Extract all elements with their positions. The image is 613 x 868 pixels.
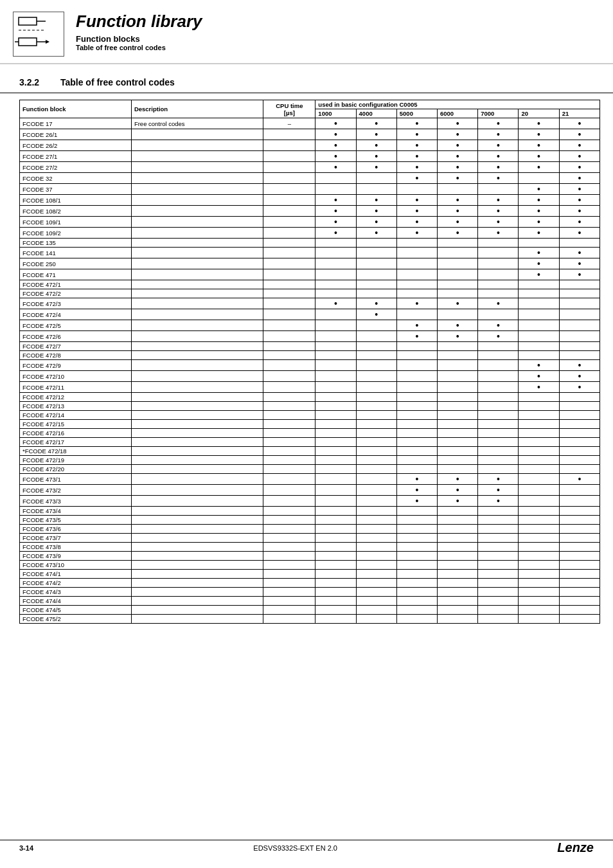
data-cell [315,280,356,289]
data-cell: • [438,331,478,342]
desc-cell [131,195,263,206]
data-cell [396,588,437,597]
code-cell: FCODE 472/9 [20,360,132,371]
data-cell [438,239,478,248]
header-title-block: Function library Function blocks Table o… [76,12,594,51]
data-cell [519,543,559,552]
code-cell: FCODE 17 [20,118,132,129]
cpu-cell: – [263,118,315,129]
data-cell [519,579,559,588]
data-cell [559,534,600,543]
desc-cell [131,280,263,289]
data-cell [396,371,437,382]
data-cell [396,615,437,624]
table-row: FCODE 472/4• [20,309,600,320]
data-cell [559,561,600,570]
data-cell [315,543,356,552]
data-cell: • [438,217,478,228]
data-cell [559,429,600,438]
cpu-cell [263,162,315,173]
data-cell [315,516,356,525]
code-cell: FCODE 108/2 [20,206,132,217]
footer-brand: Lenze [557,840,594,855]
data-cell [519,597,559,606]
data-cell: • [396,173,437,184]
cpu-cell [263,351,315,360]
data-cell [519,298,559,309]
desc-cell [131,151,263,162]
data-cell [519,393,559,402]
desc-cell [131,570,263,579]
data-cell: • [315,151,356,162]
desc-cell [131,516,263,525]
data-cell [356,402,396,411]
data-cell: • [438,140,478,151]
table-row: FCODE 472/5••• [20,320,600,331]
data-cell [396,516,437,525]
data-cell [559,289,600,298]
cpu-cell [263,206,315,217]
desc-cell [131,496,263,507]
data-cell [396,507,437,516]
code-cell: FCODE 472/14 [20,411,132,420]
data-cell [438,525,478,534]
table-wrapper: Function block Description CPU time[µs] … [0,93,613,637]
desc-cell [131,543,263,552]
cpu-cell [263,217,315,228]
table-row: *FCODE 472/18 [20,447,600,456]
data-cell [396,543,437,552]
table-row: FCODE 472/13 [20,402,600,411]
col-header-4000: 4000 [356,109,396,118]
data-cell [519,429,559,438]
code-cell: FCODE 472/15 [20,420,132,429]
code-cell: FCODE 32 [20,173,132,184]
data-cell [438,534,478,543]
data-cell [478,382,519,393]
data-cell [559,597,600,606]
data-cell [438,184,478,195]
cpu-cell [263,140,315,151]
table-row: FCODE 472/2 [20,289,600,298]
col-header-20: 20 [519,109,559,118]
data-cell: • [478,320,519,331]
data-cell [356,289,396,298]
data-cell [519,447,559,456]
table-row: FCODE 108/1••••••• [20,195,600,206]
desc-cell [131,382,263,393]
data-cell [315,269,356,280]
cpu-cell [263,465,315,474]
cpu-cell [263,239,315,248]
data-cell: • [396,118,437,129]
data-cell [438,280,478,289]
col-header-function: Function block [20,100,132,118]
data-cell [356,465,396,474]
code-cell: FCODE 473/1 [20,474,132,485]
data-cell [478,507,519,516]
desc-cell [131,420,263,429]
desc-cell [131,525,263,534]
data-cell [478,289,519,298]
data-cell [356,248,396,258]
data-cell [356,342,396,351]
data-cell [396,579,437,588]
code-cell: FCODE 474/1 [20,570,132,579]
data-cell: • [315,195,356,206]
col-header-cpu: CPU time[µs] [263,100,315,118]
data-cell: • [396,474,437,485]
data-cell: • [396,320,437,331]
data-cell [396,597,437,606]
subtitle2: Table of free control codes [76,44,594,51]
data-cell [396,393,437,402]
data-cell [315,552,356,561]
desc-cell [131,411,263,420]
code-cell: FCODE 472/8 [20,351,132,360]
table-row: FCODE 27/1••••••• [20,151,600,162]
desc-cell [131,206,263,217]
data-cell: • [559,248,600,258]
table-row: FCODE 472/19 [20,456,600,465]
data-cell [438,447,478,456]
data-cell: • [438,496,478,507]
data-cell [438,393,478,402]
data-cell [396,447,437,456]
data-cell [478,420,519,429]
